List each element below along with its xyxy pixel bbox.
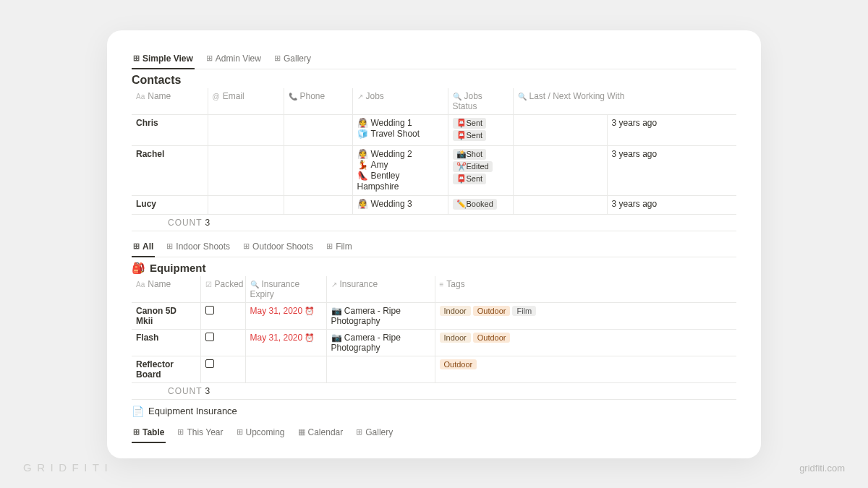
notion-card: ⊞Simple View⊞Admin View⊞Gallery Contacts… [107,30,761,458]
col-status[interactable]: 🔍Jobs Status [448,88,513,115]
cell-name[interactable]: Reflector Board [132,356,200,382]
job-emoji-icon: 💃 [357,160,368,170]
status-badge: ✂️Edited [453,161,493,172]
job-item[interactable]: 🧊Travel Shoot [357,129,443,139]
job-item[interactable]: Hampshire [357,181,443,192]
cell-tags[interactable]: IndoorOutdoor [435,329,736,356]
packed-checkbox[interactable] [205,306,214,314]
tab-contacts-simple-view[interactable]: ⊞Simple View [132,51,195,69]
tab-bottom-upcoming[interactable]: ⊞Upcoming [235,424,286,443]
cell-status[interactable]: 📸Shot✂️Edited📮Sent [448,145,513,195]
col-name[interactable]: AaName [132,276,200,303]
cell-name[interactable]: Rachel [132,145,208,195]
expiry-date: May 31, 2020 [250,333,303,343]
cell-phone[interactable] [284,114,352,145]
job-emoji-icon: 👠 [357,171,368,181]
linked-page-equipment-insurance[interactable]: 📄 Equipment Insurance [132,406,736,417]
col-tags[interactable]: ≡Tags [435,276,736,303]
col-jobs[interactable]: ↗Jobs [352,88,448,115]
cell-status[interactable]: 📮Sent📮Sent [448,114,513,145]
col-phone[interactable]: 📞Phone [284,88,352,115]
col-packed[interactable]: ☑Packed [200,276,245,303]
cell-insurance[interactable]: 📷 Camera - Ripe Photography [326,329,435,356]
cell-expiry[interactable] [245,356,326,382]
equipment-table: AaName ☑Packed 🔍Insurance Expiry ↗Insura… [132,276,736,400]
tab-bottom-table[interactable]: ⊞Table [132,424,166,443]
table-row[interactable]: Rachel👰Wedding 2💃Amy👠BentleyHampshire📸Sh… [132,145,736,195]
tab-equipment-indoor-shoots[interactable]: ⊞Indoor Shoots [165,239,231,257]
expiry-date: May 31, 2020 [250,306,303,316]
table-view-icon: ⊞ [133,241,140,251]
table-row[interactable]: Canon 5D MkiiMay 31, 2020⏰📷 Camera - Rip… [132,302,736,329]
table-row[interactable]: Lucy👰Wedding 3✏️Booked3 years ago [132,195,736,214]
cell-phone[interactable] [284,195,352,214]
checkbox-icon: ☑ [205,281,212,288]
table-row[interactable]: Reflector BoardOutdoor [132,356,736,382]
tab-contacts-gallery[interactable]: ⊞Gallery [273,51,312,69]
cell-name[interactable]: Flash [132,329,200,356]
cell-last-working[interactable]: 3 years ago [607,114,736,145]
tab-equipment-all[interactable]: ⊞All [132,239,155,257]
col-expiry[interactable]: 🔍Insurance Expiry [245,276,326,303]
status-badge: 📮Sent [453,174,487,184]
table-row[interactable]: FlashMay 31, 2020⏰📷 Camera - Ripe Photog… [132,329,736,356]
cell-email[interactable] [208,195,284,214]
count-label: COUNT [168,218,202,228]
cell-packed[interactable] [200,329,245,356]
tab-equipment-film[interactable]: ⊞Film [325,239,354,257]
count-label: COUNT [168,386,202,396]
cell-jobs[interactable]: 👰Wedding 1🧊Travel Shoot [352,114,448,145]
cell-jobs[interactable]: 👰Wedding 3 [352,195,448,214]
tab-label: Film [336,241,352,252]
tab-bottom-this-year[interactable]: ⊞This Year [176,424,224,443]
tab-contacts-admin-view[interactable]: ⊞Admin View [205,51,263,69]
job-item[interactable]: 👠Bentley [357,171,443,181]
text-icon: Aa [136,93,145,100]
cell-spacer [513,145,607,195]
job-text: Amy [371,160,388,170]
cell-name[interactable]: Chris [132,114,208,145]
table-view-icon: ⊞ [177,427,184,437]
col-name[interactable]: AaName [132,88,208,115]
cell-tags[interactable]: Outdoor [435,356,736,382]
count-row: COUNT3 [132,382,736,399]
job-item[interactable]: 👰Wedding 1 [357,118,443,128]
col-last[interactable]: 🔍Last / Next Working With [513,88,736,115]
tag-film: Film [512,306,536,316]
tab-bottom-calendar[interactable]: ▦Calendar [297,424,345,443]
job-item[interactable]: 👰Wedding 2 [357,149,443,159]
cell-jobs[interactable]: 👰Wedding 2💃Amy👠BentleyHampshire [352,145,448,195]
cell-name[interactable]: Lucy [132,195,208,214]
tab-bottom-gallery[interactable]: ⊞Gallery [354,424,394,443]
cell-email[interactable] [208,145,284,195]
job-text: Bentley [371,171,400,181]
status-badge: ✏️Booked [453,199,497,210]
cell-packed[interactable] [200,302,245,329]
bottom-tabs: ⊞Table⊞This Year⊞Upcoming▦Calendar⊞Galle… [132,424,736,442]
job-text: Wedding 1 [371,118,412,128]
cell-last-working[interactable]: 3 years ago [607,195,736,214]
cell-tags[interactable]: IndoorOutdoorFilm [435,302,736,329]
col-email[interactable]: @Email [208,88,284,115]
cell-name[interactable]: Canon 5D Mkii [132,302,200,329]
tag-outdoor: Outdoor [473,333,511,343]
table-row[interactable]: Chris👰Wedding 1🧊Travel Shoot📮Sent📮Sent3 … [132,114,736,145]
cell-expiry[interactable]: May 31, 2020⏰ [245,302,326,329]
tab-label: Upcoming [246,427,285,437]
cell-phone[interactable] [284,145,352,195]
packed-checkbox[interactable] [205,359,214,368]
job-item[interactable]: 💃Amy [357,160,443,170]
cell-insurance[interactable] [326,356,435,382]
cell-packed[interactable] [200,356,245,382]
cell-status[interactable]: ✏️Booked [448,195,513,214]
cell-expiry[interactable]: May 31, 2020⏰ [245,329,326,356]
packed-checkbox[interactable] [205,333,214,341]
tab-label: Calendar [308,427,344,437]
col-insurance[interactable]: ↗Insurance [326,276,435,303]
cell-insurance[interactable]: 📷 Camera - Ripe Photography [326,302,435,329]
reminder-clock-icon: ⏰ [305,333,315,342]
tab-equipment-outdoor-shoots[interactable]: ⊞Outdoor Shoots [242,239,315,257]
job-item[interactable]: 👰Wedding 3 [357,199,443,209]
cell-email[interactable] [208,114,284,145]
cell-last-working[interactable]: 3 years ago [607,145,736,195]
